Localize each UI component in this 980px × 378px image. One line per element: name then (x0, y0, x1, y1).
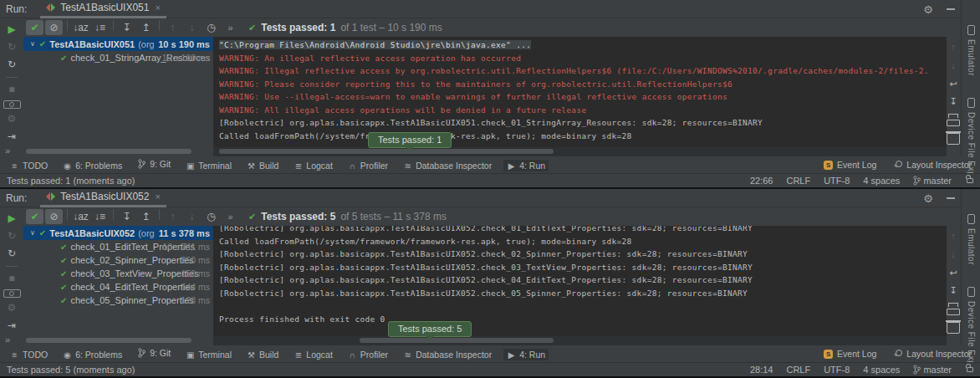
sidebar-item-emulator[interactable]: Emulator (967, 25, 976, 76)
next-occurrence-icon[interactable]: ↓ (183, 209, 201, 224)
print-icon[interactable] (947, 114, 960, 127)
layout-inspector-button[interactable]: Layout Inspector (893, 349, 972, 359)
dock-item-todo[interactable]: ≡TODO (7, 349, 51, 360)
caret-position[interactable]: 28:14 (750, 365, 773, 375)
tree-hscrollbar[interactable] (26, 149, 191, 154)
dock-item-logcat[interactable]: ≣Logcat (290, 349, 336, 360)
dock-item-profiler[interactable]: ∩Profiler (345, 349, 391, 360)
settings-gear-icon[interactable]: ⚙ (923, 4, 933, 15)
next-message-icon[interactable]: ↓ (947, 248, 960, 262)
run-tab[interactable]: TestA1BasicUIX051 × (40, 0, 166, 18)
import-tests-icon[interactable]: ⇥ (3, 319, 21, 333)
git-branch-widget[interactable]: master (913, 365, 952, 375)
sort-alphabetically-icon[interactable]: ↓az (72, 20, 89, 35)
settings-gear-icon[interactable]: ⚙ (923, 193, 933, 204)
test-row[interactable]: ✔check_01_StringArray_Resources10 s 190 … (23, 51, 213, 64)
dock-item-6-problems[interactable]: ◉6: Problems (59, 349, 125, 360)
chevron-down-icon[interactable]: ∨ (30, 40, 35, 48)
test-root-row[interactable]: ∨ ✔ TestA1BasicUIX052 (org.aplas.basica … (23, 226, 213, 240)
dock-item-logcat[interactable]: ≣Logcat (290, 160, 336, 171)
dock-item-database-inspector[interactable]: ≋Database Inspector (400, 349, 495, 360)
console-output[interactable]: "C:\Program Files\Android\Android Studio… (213, 37, 947, 147)
more-actions-icon[interactable]: » (222, 21, 239, 36)
test-row[interactable]: ✔check_04_EditText_Properties144 ms (23, 280, 213, 294)
console-hscrollbar[interactable] (360, 338, 554, 343)
soft-wrap-icon[interactable]: ↩ (947, 77, 960, 90)
overflow-chevron-icon[interactable]: » (5, 335, 10, 345)
toggle-auto-test-icon[interactable]: ↻ (3, 247, 21, 261)
line-ending[interactable]: CRLF (786, 365, 810, 375)
screenshot-icon[interactable] (3, 289, 21, 298)
indent-setting[interactable]: 4 spaces (863, 176, 900, 186)
soft-wrap-icon[interactable]: ↩ (947, 266, 960, 279)
stop-icon[interactable]: ■ (3, 272, 21, 286)
console-output[interactable]: [Robolectric] org.aplas.basicappx.TestA1… (213, 226, 947, 336)
dock-item-terminal[interactable]: ▣Terminal (182, 349, 235, 360)
toggle-auto-test-icon[interactable]: ↻ (3, 58, 21, 72)
clear-all-icon[interactable] (947, 320, 960, 334)
tree-hscrollbar[interactable] (26, 338, 191, 343)
test-row[interactable]: ✔check_02_Spinner_Properties250 ms (23, 253, 213, 267)
previous-occurrence-icon[interactable]: ↑ (164, 209, 181, 224)
hide-tool-window-icon[interactable] (947, 8, 955, 10)
scroll-to-end-icon[interactable]: ↧ (947, 284, 960, 298)
rerun-icon[interactable]: ▶ (3, 211, 21, 225)
dock-item-4-run[interactable]: ▶4: Run (503, 160, 549, 171)
console-hscrollbar[interactable] (219, 149, 554, 154)
show-ignored-icon[interactable]: ⊘ (45, 20, 63, 35)
screenshot-icon[interactable] (3, 100, 21, 109)
dock-item-9-git[interactable]: 9: Git (134, 158, 174, 170)
show-passed-icon[interactable]: ✔ (26, 209, 43, 224)
encoding[interactable]: UTF-8 (824, 365, 850, 375)
sort-by-duration-icon[interactable]: ↓≡ (91, 20, 109, 35)
sort-alphabetically-icon[interactable]: ↓az (72, 209, 89, 224)
run-tab[interactable]: TestA1BasicUIX052 × (40, 189, 166, 207)
more-actions-icon[interactable]: » (222, 210, 239, 225)
dock-item-database-inspector[interactable]: ≋Database Inspector (400, 160, 495, 171)
stop-icon[interactable]: ■ (3, 83, 21, 97)
previous-occurrence-icon[interactable]: ↑ (164, 20, 181, 35)
caret-position[interactable]: 22:66 (750, 176, 773, 186)
expand-all-icon[interactable]: ↧ (118, 20, 135, 35)
collapse-all-icon[interactable]: ↥ (137, 209, 155, 224)
test-root-row[interactable]: ∨ ✔ TestA1BasicUIX051 (org.aplas.basica … (23, 37, 213, 51)
prev-message-icon[interactable]: ↑ (947, 41, 960, 54)
close-tab-icon[interactable]: × (155, 3, 160, 13)
dock-item-profiler[interactable]: ∩Profiler (345, 160, 391, 171)
test-row[interactable]: ✔check_03_TextView_Properties150 ms (23, 267, 213, 280)
overflow-chevron-icon[interactable]: » (5, 146, 10, 156)
test-settings-icon[interactable]: ⚙ (3, 112, 21, 126)
dock-item-4-run[interactable]: ▶4: Run (503, 349, 549, 360)
test-history-icon[interactable]: ◷ (202, 20, 220, 35)
test-history-icon[interactable]: ◷ (202, 209, 220, 224)
indent-setting[interactable]: 4 spaces (863, 365, 900, 375)
hide-tool-window-icon[interactable] (947, 197, 955, 199)
print-icon[interactable] (947, 303, 960, 316)
sidebar-item-emulator[interactable]: Emulator (967, 214, 976, 265)
rerun-failed-tests-icon[interactable]: ↻ (3, 228, 21, 243)
unlock-icon[interactable] (967, 367, 973, 372)
scroll-to-end-icon[interactable]: ↧ (947, 95, 960, 109)
rerun-failed-tests-icon[interactable]: ↻ (3, 39, 21, 54)
clear-all-icon[interactable] (947, 131, 960, 145)
next-occurrence-icon[interactable]: ↓ (183, 20, 201, 35)
test-row[interactable]: ✔check_01_EditText_Properties10 s 711 ms (23, 240, 213, 253)
dock-item-build[interactable]: ⚒Build (243, 349, 282, 360)
dock-item-6-problems[interactable]: ◉6: Problems (59, 160, 125, 171)
test-settings-icon[interactable]: ⚙ (3, 301, 21, 315)
dock-item-terminal[interactable]: ▣Terminal (182, 160, 235, 171)
dock-item-build[interactable]: ⚒Build (243, 160, 282, 171)
encoding[interactable]: UTF-8 (824, 176, 850, 186)
sort-by-duration-icon[interactable]: ↓≡ (91, 209, 109, 224)
dock-item-todo[interactable]: ≡TODO (7, 160, 51, 171)
collapse-all-icon[interactable]: ↥ (137, 20, 155, 35)
layout-inspector-button[interactable]: Layout Inspector (893, 160, 972, 170)
dock-item-9-git[interactable]: 9: Git (134, 347, 174, 359)
prev-message-icon[interactable]: ↑ (947, 230, 960, 243)
show-passed-icon[interactable]: ✔ (26, 20, 43, 35)
show-ignored-icon[interactable]: ⊘ (45, 209, 63, 224)
git-branch-widget[interactable]: master (913, 176, 952, 186)
close-tab-icon[interactable]: × (155, 192, 160, 202)
rerun-icon[interactable]: ▶ (3, 22, 21, 36)
event-log-button[interactable]: S Event Log (824, 160, 876, 170)
